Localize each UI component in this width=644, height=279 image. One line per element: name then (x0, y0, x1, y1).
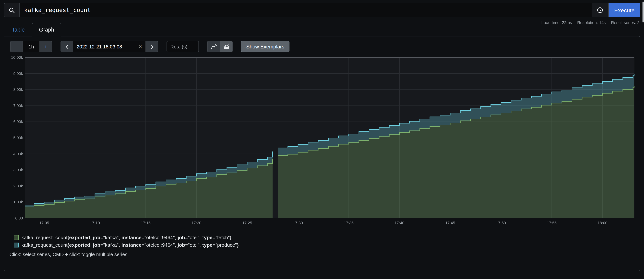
svg-text:17:55: 17:55 (547, 221, 557, 225)
line-chart-button[interactable] (207, 41, 220, 52)
svg-text:17:50: 17:50 (496, 221, 506, 225)
svg-text:5.00k: 5.00k (13, 136, 23, 140)
svg-text:4.00k: 4.00k (13, 152, 23, 156)
graph-controls: − + 2022-12-21 18:03:08 ✕ (8, 41, 636, 52)
clock-icon (597, 7, 604, 13)
range-input[interactable] (23, 41, 40, 52)
svg-text:2.00k: 2.00k (13, 184, 23, 188)
end-time-input[interactable]: 2022-12-21 18:03:08 ✕ (73, 41, 146, 52)
magnifier-glyph (8, 7, 15, 13)
svg-text:17:25: 17:25 (242, 221, 252, 225)
tab-table[interactable]: Table (4, 23, 32, 36)
increase-range-button[interactable]: + (40, 41, 52, 52)
query-input[interactable] (19, 3, 592, 17)
range-control: − + (10, 41, 52, 52)
series-label: kafka_request_count{exported_job="kafka"… (22, 235, 232, 240)
chevron-left-icon (65, 44, 68, 49)
svg-text:17:10: 17:10 (90, 221, 100, 225)
app-container: Execute Load time: 22ms Resolution: 14s … (0, 0, 644, 271)
svg-text:3.00k: 3.00k (13, 168, 23, 172)
stacked-chart-icon (223, 44, 229, 49)
svg-text:10.00k: 10.00k (11, 56, 23, 59)
svg-text:17:45: 17:45 (445, 221, 455, 225)
series-color-swatch (14, 243, 19, 248)
tab-graph[interactable]: Graph (32, 23, 61, 36)
clear-time-icon[interactable]: ✕ (139, 44, 142, 49)
legend-item[interactable]: kafka_request_count{exported_job="kafka"… (14, 242, 636, 248)
svg-text:9.00k: 9.00k (13, 71, 23, 76)
scrollbar[interactable] (642, 0, 644, 279)
time-series-chart[interactable]: 0.001.00k2.00k3.00k4.00k5.00k6.00k7.00k8… (8, 56, 636, 230)
show-exemplars-button[interactable]: Show Exemplars (241, 41, 290, 52)
chart-type-toggle (207, 41, 233, 52)
time-travel-button[interactable] (592, 3, 609, 17)
execute-button[interactable]: Execute (609, 3, 640, 17)
end-time-value: 2022-12-21 18:03:08 (77, 44, 122, 49)
resolution-stat: Resolution: 14s (577, 20, 606, 25)
back-time-button[interactable] (60, 41, 73, 52)
svg-text:17:05: 17:05 (39, 221, 49, 225)
svg-text:17:40: 17:40 (394, 221, 404, 225)
svg-text:7.00k: 7.00k (13, 103, 23, 108)
time-control: 2022-12-21 18:03:08 ✕ (60, 41, 158, 52)
svg-text:6.00k: 6.00k (13, 119, 23, 124)
svg-text:8.00k: 8.00k (13, 87, 23, 92)
legend: kafka_request_count{exported_job="kafka"… (14, 235, 636, 248)
stacked-chart-button[interactable] (220, 41, 233, 52)
result-series-stat: Result series: 2 (611, 20, 640, 25)
legend-item[interactable]: kafka_request_count{exported_job="kafka"… (14, 235, 636, 240)
legend-hint: Click: select series, CMD + click: toggl… (10, 252, 636, 257)
query-bar: Execute (4, 3, 640, 17)
panel-tabs: Table Graph (4, 23, 61, 36)
svg-text:17:35: 17:35 (344, 221, 354, 225)
decrease-range-button[interactable]: − (10, 41, 23, 52)
prometheus-expression-browser: Execute Load time: 22ms Resolution: 14s … (0, 0, 644, 279)
svg-text:17:30: 17:30 (293, 221, 303, 225)
meta-row: Load time: 22ms Resolution: 14s Result s… (4, 18, 640, 36)
resolution-input[interactable] (166, 41, 199, 52)
load-time-stat: Load time: 22ms (541, 20, 572, 25)
chevron-right-icon (150, 44, 154, 49)
series-color-swatch (14, 235, 19, 240)
scrollbar-thumb[interactable] (642, 1, 644, 22)
svg-text:1.00k: 1.00k (13, 200, 23, 204)
search-icon (4, 3, 19, 17)
line-chart-icon (211, 44, 217, 49)
svg-text:0.00: 0.00 (15, 216, 23, 220)
forward-time-button[interactable] (146, 41, 158, 52)
svg-text:17:20: 17:20 (192, 221, 202, 225)
series-label: kafka_request_count{exported_job="kafka"… (22, 242, 238, 248)
query-stats: Load time: 22ms Resolution: 14s Result s… (541, 20, 640, 25)
graph-panel: − + 2022-12-21 18:03:08 ✕ (4, 36, 640, 271)
svg-text:18:00: 18:00 (598, 221, 608, 225)
svg-text:17:15: 17:15 (141, 221, 151, 225)
